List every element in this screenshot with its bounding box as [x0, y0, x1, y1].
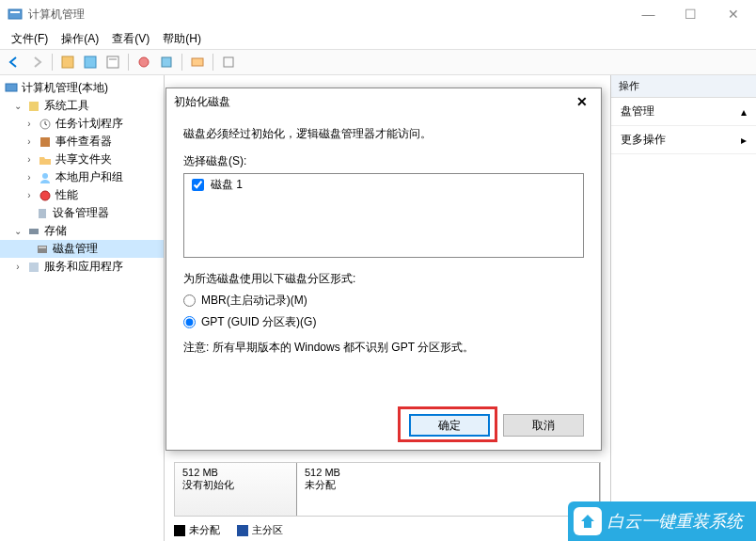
chevron-right-icon[interactable]: › [12, 262, 24, 272]
vol-status: 未分配 [305, 478, 591, 492]
partition-style-group: 为所选磁盘使用以下磁盘分区形式: MBR(主启动记录)(M) GPT (GUID… [183, 271, 584, 330]
dialog-close-button[interactable]: ✕ [571, 92, 593, 111]
disk-list-item[interactable]: 磁盘 1 [186, 176, 581, 194]
disk-checkbox[interactable] [192, 179, 204, 191]
dialog-buttons: 确定 取消 [409, 414, 584, 437]
separator [52, 54, 53, 71]
tree-label: 事件查看器 [55, 134, 112, 150]
actions-label: 盘管理 [621, 103, 654, 119]
tree-storage[interactable]: ⌄ 存储 [0, 222, 164, 240]
menu-action[interactable]: 操作(A) [55, 29, 104, 49]
chevron-right-icon[interactable]: › [24, 119, 35, 129]
dialog-title: 初始化磁盘 [174, 94, 571, 110]
vol-size: 512 MB [305, 467, 591, 478]
svg-rect-4 [107, 56, 118, 68]
tree-services[interactable]: › 服务和应用程序 [0, 258, 164, 276]
svg-rect-19 [39, 247, 46, 248]
actions-header: 操作 [611, 75, 756, 98]
folder-icon [38, 152, 53, 167]
gpt-label: GPT (GUID 分区表)(G) [201, 314, 316, 330]
disk-list[interactable]: 磁盘 1 [183, 173, 584, 258]
toolbar [0, 49, 756, 75]
tree-label: 服务和应用程序 [44, 259, 123, 275]
tree-label: 共享文件夹 [55, 151, 112, 167]
tree-shared-folders[interactable]: › 共享文件夹 [0, 151, 164, 168]
tree-label: 存储 [44, 223, 67, 239]
separator [213, 54, 213, 71]
titlebar: 计算机管理 — ☐ ✕ [0, 0, 756, 28]
close-button[interactable]: ✕ [712, 1, 754, 27]
svg-rect-16 [39, 209, 46, 218]
tool-icon-4[interactable] [134, 52, 154, 72]
tree-label: 任务计划程序 [55, 116, 123, 132]
actions-pane: 操作 盘管理 ▴ 更多操作 ▸ [610, 75, 756, 541]
gpt-option[interactable]: GPT (GUID 分区表)(G) [183, 314, 584, 330]
dialog-message: 磁盘必须经过初始化，逻辑磁盘管理器才能访问。 [183, 126, 584, 142]
tree-performance[interactable]: › 性能 [0, 186, 164, 204]
computer-icon [4, 81, 19, 96]
device-icon [35, 206, 50, 221]
chevron-right-icon[interactable]: › [24, 136, 35, 147]
ok-button[interactable]: 确定 [409, 414, 490, 437]
mbr-label: MBR(主启动记录)(M) [201, 293, 307, 309]
menubar: 文件(F) 操作(A) 查看(V) 帮助(H) [0, 28, 756, 49]
tool-icon-1[interactable] [57, 52, 78, 72]
mbr-radio[interactable] [183, 294, 196, 307]
forward-button[interactable] [26, 52, 47, 72]
chevron-right-icon[interactable]: › [24, 154, 35, 165]
tree-event-viewer[interactable]: › 事件查看器 [0, 133, 164, 151]
tool-icon-5[interactable] [156, 52, 177, 72]
actions-disk-mgmt[interactable]: 盘管理 ▴ [611, 98, 756, 126]
event-icon [38, 135, 53, 150]
tree-system-tools[interactable]: ⌄ 系统工具 [0, 97, 164, 115]
svg-rect-1 [10, 11, 20, 13]
nav-tree: 计算机管理(本地) ⌄ 系统工具 › 任务计划程序 › 事件查看器 › 共享文件… [0, 75, 165, 541]
tree-root[interactable]: 计算机管理(本地) [0, 79, 164, 97]
tree-disk-management[interactable]: 磁盘管理 [0, 240, 164, 258]
disk-volume-cell[interactable]: 512 MB 未分配 [297, 463, 600, 516]
separator [181, 54, 182, 71]
tool-icon-7[interactable] [218, 52, 239, 72]
legend: 未分配 主分区 [174, 523, 283, 537]
watermark-text: 白云一键重装系统 [607, 510, 743, 533]
svg-rect-8 [192, 58, 203, 66]
svg-rect-11 [29, 102, 39, 111]
actions-more[interactable]: 更多操作 ▸ [611, 126, 756, 154]
tool-icon-3[interactable] [102, 52, 123, 72]
tree-task-scheduler[interactable]: › 任务计划程序 [0, 115, 164, 133]
back-button[interactable] [4, 52, 24, 72]
tree-label: 本地用户和组 [55, 169, 123, 185]
chevron-down-icon[interactable]: ⌄ [12, 101, 24, 111]
chevron-right-icon[interactable]: › [24, 190, 35, 200]
disk-row[interactable]: 512 MB 没有初始化 512 MB 未分配 [174, 462, 601, 517]
window-title: 计算机管理 [28, 7, 627, 23]
menu-file[interactable]: 文件(F) [6, 29, 54, 49]
svg-rect-13 [40, 137, 50, 147]
initialize-disk-dialog: 初始化磁盘 ✕ 磁盘必须经过初始化，逻辑磁盘管理器才能访问。 选择磁盘(S): … [165, 88, 602, 451]
chevron-right-icon[interactable]: › [24, 172, 35, 183]
storage-icon [26, 224, 41, 239]
tree-label: 系统工具 [44, 98, 89, 114]
menu-view[interactable]: 查看(V) [106, 29, 155, 49]
tool-icon-2[interactable] [80, 52, 101, 72]
services-icon [26, 260, 41, 275]
menu-help[interactable]: 帮助(H) [157, 29, 207, 49]
clock-icon [38, 117, 53, 132]
tree-label: 磁盘管理 [53, 241, 98, 257]
svg-rect-9 [224, 57, 233, 67]
tree-device-manager[interactable]: 设备管理器 [0, 204, 164, 222]
mbr-option[interactable]: MBR(主启动记录)(M) [183, 293, 584, 309]
select-disk-label: 选择磁盘(S): [183, 153, 584, 169]
disk-size: 512 MB [182, 467, 289, 478]
gpt-radio[interactable] [183, 316, 196, 328]
svg-rect-20 [29, 263, 39, 272]
cancel-button[interactable]: 取消 [503, 414, 584, 437]
minimize-button[interactable]: — [627, 1, 669, 27]
chevron-down-icon[interactable]: ⌄ [12, 226, 24, 236]
svg-point-14 [42, 173, 48, 179]
disk-header-cell: 512 MB 没有初始化 [175, 463, 297, 516]
tool-icon-6[interactable] [187, 52, 208, 72]
tree-local-users[interactable]: › 本地用户和组 [0, 168, 164, 186]
maximize-button[interactable]: ☐ [669, 1, 712, 27]
svg-rect-10 [6, 84, 17, 91]
